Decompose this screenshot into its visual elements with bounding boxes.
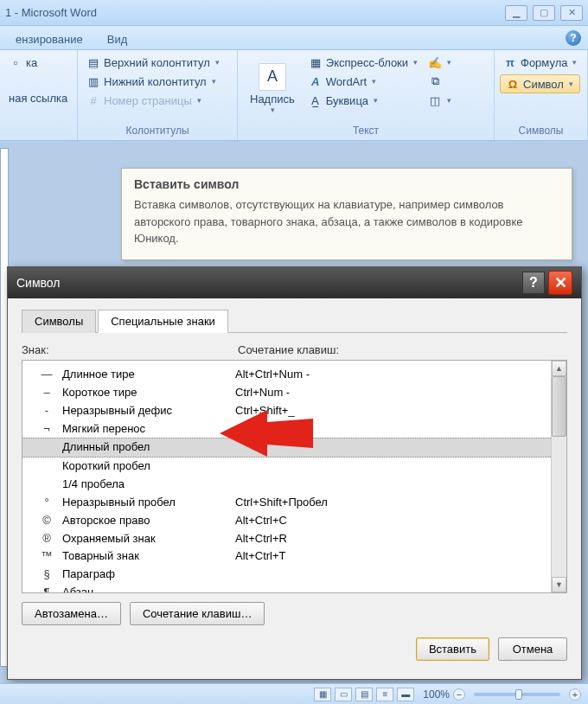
symbol-shortcut [235,439,542,456]
list-item[interactable]: Короткий пробел [22,458,551,476]
symbol-name: Мягкий перенос [62,421,235,438]
symbol-name: 1/4 пробела [62,477,235,493]
symbol-glyph [31,439,62,456]
minimize-button[interactable]: ▁ [505,5,527,21]
view-outline[interactable]: ≡ [376,688,393,701]
symbol-glyph: © [31,513,62,529]
help-icon[interactable]: ? [566,30,581,46]
list-item[interactable]: –Короткое тиреCtrl+Num - [22,384,551,402]
chevron-down-icon: ▾ [372,77,376,86]
tab-special-chars[interactable]: Специальные знаки [98,310,228,333]
dialog-help-button[interactable]: ? [522,272,545,294]
shortcut-button[interactable]: Сочетание клавиш… [130,602,265,625]
chevron-down-icon: ▾ [212,77,216,86]
window-title: 1 - Microsoft Word [5,6,505,19]
column-header-shortcut: Сочетание клавиш: [238,343,339,356]
close-window-button[interactable]: ✕ [560,5,583,21]
group-label-colontitles: Колонтитулы [83,123,232,138]
symbol-name: Короткое тире [62,385,235,401]
symbol-shortcut [235,566,542,583]
list-item[interactable]: ™Товарный знакAlt+Ctrl+T [22,547,551,566]
zoom-in-button[interactable]: + [569,688,581,701]
scroll-up-button[interactable]: ▲ [552,361,566,376]
symbol-shortcut [235,477,542,493]
list-item[interactable]: 1/4 пробела [22,476,551,494]
chevron-down-icon: ▾ [271,106,275,114]
view-draft[interactable]: ▬ [397,688,414,701]
page-icon: ▥ [86,74,100,88]
maximize-button[interactable]: ▢ [533,5,555,21]
ribbon-quickparts[interactable]: ▦Экспресс-блоки▾ [305,54,421,71]
tab-review[interactable]: ензирование [3,29,95,49]
group-label [5,123,72,138]
group-label-text: Текст [243,123,489,138]
symbol-glyph: ¬ [31,421,62,438]
zoom-out-button[interactable]: − [453,688,465,701]
symbol-shortcut: Alt+Ctrl+C [235,513,542,529]
ribbon-item-crossref[interactable]: ная ссылка [5,90,71,106]
symbol-name: Длинное тире [62,367,235,383]
omega-icon: Ω [506,77,520,91]
placeholder-icon: ▫ [9,55,22,69]
dialog-titlebar[interactable]: Символ ? ✕ [8,267,581,298]
list-item[interactable]: ¬Мягкий переносCtrl+- [22,420,551,438]
ribbon-wordart[interactable]: AWordArt▾ [305,73,421,90]
symbol-shortcut: Alt+Ctrl+R [235,531,542,547]
zoom-thumb[interactable] [515,689,522,700]
symbol-name: Товарный знак [62,548,235,565]
list-item[interactable]: ¶Абзац [22,584,551,593]
list-item[interactable]: §Параграф [22,566,551,584]
hash-icon: # [86,93,100,107]
symbol-name: Неразрывный пробел [62,495,235,511]
signature-icon: ✍ [428,55,442,69]
ribbon-date[interactable]: ⧉ [425,73,455,90]
cancel-button[interactable]: Отмена [498,637,567,661]
dialog-close-button[interactable]: ✕ [548,271,572,295]
symbol-glyph: ® [31,531,62,547]
tab-symbols[interactable]: Символы [22,310,96,333]
ribbon: ▫ка ная ссылка ▤Верхний колонтитул▾ ▥Ниж… [0,50,588,141]
symbol-glyph: § [31,566,62,583]
ribbon-textbox-button[interactable]: A Надпись ▾ [243,54,302,123]
list-item[interactable]: Длинный пробел [22,438,551,458]
ribbon-object[interactable]: ◫▾ [425,92,455,109]
statusbar: ▦ ▭ ▤ ≡ ▬ 100% − + [0,683,588,704]
chevron-down-icon: ▾ [572,58,577,67]
scroll-down-button[interactable]: ▼ [552,577,566,592]
ribbon-page-number[interactable]: #Номер страницы▾ [83,92,223,109]
ribbon-signature[interactable]: ✍▾ [425,54,455,71]
symbol-glyph [31,477,62,493]
symbol-name: Длинный пробел [62,439,235,456]
ribbon-header-top[interactable]: ▤Верхний колонтитул▾ [83,54,223,71]
symbol-shortcut: Alt+Ctrl+Num - [235,367,542,383]
view-reading[interactable]: ▭ [335,688,352,701]
view-print-layout[interactable]: ▦ [314,688,331,701]
ribbon-dropcap[interactable]: A̲Буквица▾ [305,92,421,109]
ribbon-header-bottom[interactable]: ▥Нижний колонтитул▾ [83,73,223,90]
autocorrect-button[interactable]: Автозамена… [22,602,121,625]
symbol-name: Параграф [62,566,235,583]
symbol-name: Короткий пробел [62,458,235,475]
tooltip-title: Вставить символ [134,177,559,191]
zoom-value: 100% [423,688,450,701]
group-label-symbols: Символы [500,123,582,138]
list-item[interactable]: ®Охраняемый знакAlt+Ctrl+R [22,530,551,548]
list-item[interactable]: -Неразрывный дефисCtrl+Shift+_ [22,402,551,420]
view-web[interactable]: ▤ [355,688,373,701]
chevron-down-icon: ▾ [569,80,573,88]
scrollbar[interactable]: ▲ ▼ [551,361,566,592]
object-icon: ◫ [428,93,442,107]
symbol-name: Охраняемый знак [62,531,235,547]
symbol-name: Абзац [62,585,235,593]
ribbon-item-partial1[interactable]: ▫ка [5,54,71,71]
ribbon-symbol[interactable]: ΩСимвол▾ [500,74,580,93]
list-item[interactable]: ©Авторское правоAlt+Ctrl+C [22,512,551,530]
list-item[interactable]: °Неразрывный пробелCtrl+Shift+Пробел [22,494,551,512]
ribbon-formula[interactable]: πФормула▾ [500,54,580,71]
insert-button[interactable]: Вставить [416,637,489,661]
tooltip-insert-symbol: Вставить символ Вставка символов, отсутс… [121,168,572,260]
tab-view[interactable]: Вид [95,29,140,49]
list-item[interactable]: —Длинное тиреAlt+Ctrl+Num - [22,366,551,384]
scroll-thumb[interactable] [552,376,566,437]
zoom-slider[interactable] [474,693,560,696]
